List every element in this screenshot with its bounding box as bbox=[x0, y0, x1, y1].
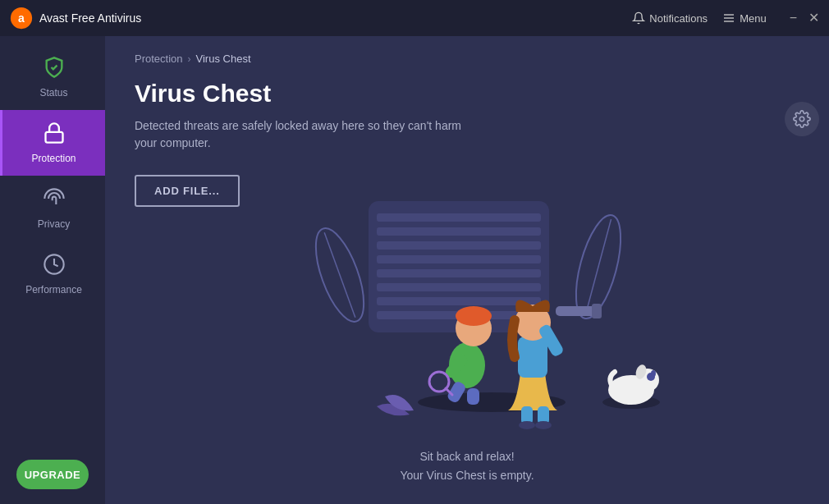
gear-icon bbox=[793, 110, 811, 128]
shield-icon bbox=[43, 56, 66, 82]
breadcrumb-separator: › bbox=[188, 53, 191, 65]
sidebar-item-protection[interactable]: Protection bbox=[0, 110, 105, 176]
svg-point-44 bbox=[535, 421, 552, 429]
gauge-icon bbox=[43, 253, 66, 279]
empty-state-text: Sit back and relax! Your Virus Chest is … bbox=[400, 447, 534, 484]
sidebar-privacy-label: Privacy bbox=[38, 218, 70, 230]
app-body: Status Protection bbox=[0, 36, 829, 504]
page-title: Virus Chest bbox=[135, 80, 796, 108]
notifications-button[interactable]: Notifications bbox=[632, 11, 708, 25]
sidebar-item-privacy[interactable]: Privacy bbox=[0, 176, 105, 241]
svg-line-18 bbox=[324, 233, 355, 318]
title-bar: a Avast Free Antivirus Notifications Men… bbox=[0, 0, 829, 36]
window-controls: − ✕ bbox=[790, 11, 819, 25]
title-bar-controls: Notifications Menu − ✕ bbox=[632, 11, 819, 25]
svg-rect-40 bbox=[592, 304, 602, 318]
close-button[interactable]: ✕ bbox=[808, 11, 819, 25]
svg-rect-13 bbox=[377, 269, 541, 277]
breadcrumb: Protection › Virus Chest bbox=[135, 53, 796, 65]
svg-rect-10 bbox=[377, 227, 541, 236]
sidebar-item-performance[interactable]: Performance bbox=[0, 241, 105, 307]
svg-rect-11 bbox=[377, 241, 541, 250]
main-content: Protection › Virus Chest Virus Chest Det… bbox=[105, 36, 829, 504]
sidebar-status-label: Status bbox=[39, 87, 67, 99]
minimize-button[interactable]: − bbox=[790, 11, 797, 25]
svg-rect-9 bbox=[377, 213, 541, 222]
illustration-area: Sit back and relax! Your Virus Chest is … bbox=[105, 185, 829, 504]
sidebar: Status Protection bbox=[0, 36, 105, 504]
app-title: Avast Free Antivirus bbox=[39, 11, 141, 25]
menu-button[interactable]: Menu bbox=[722, 11, 767, 25]
breadcrumb-parent: Protection bbox=[135, 53, 183, 65]
virus-chest-illustration bbox=[213, 185, 721, 447]
app-logo-area: a Avast Free Antivirus bbox=[10, 7, 632, 30]
svg-rect-36 bbox=[518, 337, 547, 378]
settings-button[interactable] bbox=[785, 102, 819, 136]
svg-rect-32 bbox=[467, 388, 479, 405]
avast-logo-icon: a bbox=[10, 7, 33, 30]
svg-line-20 bbox=[585, 219, 611, 314]
svg-rect-12 bbox=[377, 255, 541, 263]
svg-point-26 bbox=[651, 370, 656, 377]
svg-rect-5 bbox=[45, 132, 62, 143]
svg-rect-39 bbox=[556, 306, 597, 316]
fingerprint-icon bbox=[43, 187, 66, 213]
svg-point-30 bbox=[456, 306, 492, 326]
lock-icon bbox=[43, 121, 66, 148]
upgrade-button[interactable]: UPGRADE bbox=[16, 460, 89, 489]
svg-text:a: a bbox=[18, 11, 25, 25]
menu-icon bbox=[722, 11, 735, 25]
sidebar-performance-label: Performance bbox=[25, 284, 82, 296]
svg-point-7 bbox=[799, 117, 804, 121]
svg-rect-14 bbox=[377, 283, 541, 291]
svg-point-43 bbox=[519, 421, 535, 429]
sidebar-protection-label: Protection bbox=[31, 153, 76, 164]
page-description: Detected threats are safely locked away … bbox=[135, 117, 463, 152]
sidebar-item-status[interactable]: Status bbox=[0, 44, 105, 110]
bell-icon bbox=[632, 11, 645, 25]
breadcrumb-current: Virus Chest bbox=[196, 53, 251, 65]
